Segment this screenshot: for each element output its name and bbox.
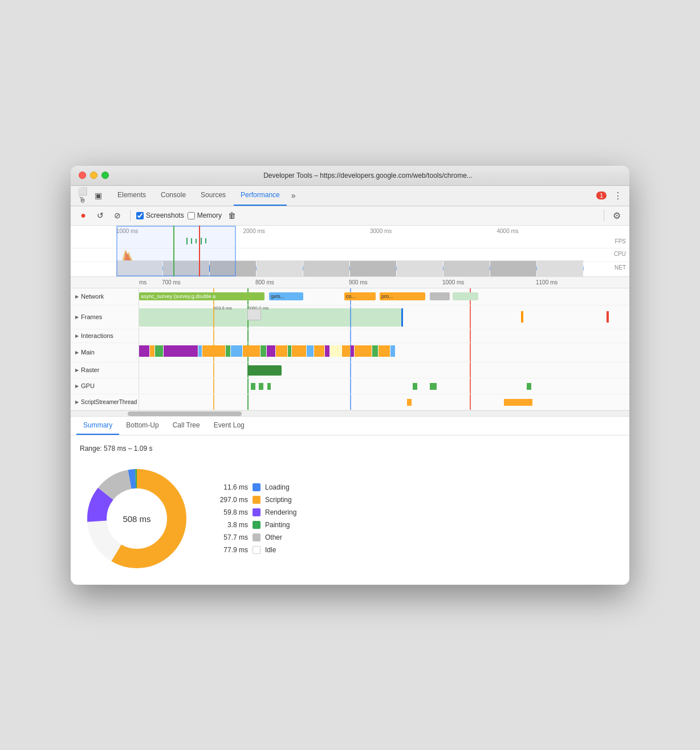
bottom-panel: Summary Bottom-Up Call Tree Event Log Ra…: [71, 417, 629, 585]
frames-row-content: 603.6 ms 2060.0 ms: [139, 305, 629, 329]
performance-toolbar: ● ↺ ⊘ Screenshots Memory 🗑 ⚙: [71, 206, 629, 226]
gpu-bar-3: [267, 383, 271, 390]
main-row-label[interactable]: ▶ Main: [71, 343, 139, 362]
script-streamer-row-label[interactable]: ▶ ScriptStreamerThread: [71, 394, 139, 410]
raster-row-label[interactable]: ▶ Raster: [71, 362, 139, 378]
interactions-row-label[interactable]: ▶ Interactions: [71, 329, 139, 343]
record-button[interactable]: ●: [76, 209, 90, 222]
other-value: 57.7 ms: [217, 533, 248, 541]
tab-elements[interactable]: Elements: [111, 185, 153, 206]
tab-console[interactable]: Console: [154, 185, 193, 206]
loading-value: 11.6 ms: [217, 483, 248, 491]
tab-bottom-up[interactable]: Bottom-Up: [119, 417, 165, 435]
time-mark-1000: 1000 ms: [442, 279, 536, 286]
main-bar-purple-5: [351, 345, 354, 357]
memory-checkbox[interactable]: [188, 212, 195, 219]
raster-expand-icon: ▶: [75, 368, 79, 373]
main-bar-green-2: [226, 345, 230, 357]
legend-painting: 3.8 ms Painting: [217, 521, 296, 529]
painting-label: Painting: [265, 521, 290, 529]
frame-label-1: 603.6 ms: [213, 305, 232, 311]
devtools-menu-button[interactable]: ⋮: [611, 190, 625, 201]
memory-checkbox-label[interactable]: Memory: [188, 211, 222, 219]
range-text: Range: 578 ms – 1.09 s: [80, 445, 620, 453]
idle-swatch: [253, 546, 261, 554]
gpu-row[interactable]: ▶ GPU: [71, 378, 629, 394]
idle-label: Idle: [265, 546, 276, 554]
inspect-tool-button[interactable]: ▣: [91, 189, 105, 202]
main-bar-blue-1: [198, 345, 202, 357]
gpu-row-content: [139, 378, 629, 394]
screenshots-checkbox[interactable]: [136, 212, 144, 219]
rendering-swatch: [253, 508, 261, 516]
net-bar-6: [453, 292, 478, 300]
reload-record-button[interactable]: ↺: [93, 209, 107, 222]
main-bar-orange-6: [314, 345, 324, 357]
frame-screenshot: [247, 309, 261, 320]
gpu-row-label[interactable]: ▶ GPU: [71, 378, 139, 394]
settings-button[interactable]: ⚙: [610, 209, 624, 222]
tab-summary[interactable]: Summary: [76, 417, 119, 435]
screenshots-checkbox-label[interactable]: Screenshots: [136, 211, 184, 219]
minimize-button[interactable]: [90, 172, 97, 179]
network-label: Network: [81, 293, 104, 300]
frame-bar-main: [139, 308, 401, 327]
legend-scripting: 297.0 ms Scripting: [217, 496, 296, 504]
main-bar-orange-2: [202, 345, 225, 357]
close-button[interactable]: [79, 172, 86, 179]
maximize-button[interactable]: [101, 172, 109, 179]
cpu-label: CPU: [614, 251, 626, 257]
rendering-value: 59.8 ms: [217, 508, 248, 516]
toolbar-divider-1: [130, 210, 131, 221]
interactions-label: Interactions: [81, 332, 113, 339]
main-bar-purple-4: [325, 345, 329, 357]
summary-panel: Range: 578 ms – 1.09 s: [71, 435, 629, 585]
scripting-value: 297.0 ms: [217, 496, 248, 504]
donut-chart: 508 ms: [80, 462, 194, 576]
raster-row[interactable]: ▶ Raster: [71, 362, 629, 378]
cursor-tool-button[interactable]: ⬜🖰: [75, 189, 89, 202]
clear-button[interactable]: ⊘: [111, 209, 124, 222]
net-bar-4: pro...: [380, 292, 425, 300]
frame-blue-marker: [401, 308, 403, 327]
other-swatch: [253, 533, 261, 541]
gpu-bar-5: [430, 383, 437, 390]
net-bar-5: [430, 292, 450, 300]
tab-call-tree[interactable]: Call Tree: [166, 417, 207, 435]
loading-swatch: [253, 483, 261, 491]
more-tabs-button[interactable]: »: [288, 191, 299, 200]
loading-label: Loading: [265, 483, 290, 491]
idle-value: 77.9 ms: [217, 546, 248, 554]
script-streamer-expand-icon: ▶: [75, 400, 79, 405]
scrollbar-thumb[interactable]: [128, 411, 242, 416]
frames-row-label[interactable]: ▶ Frames: [71, 305, 139, 329]
main-bar-blue-3: [307, 345, 314, 357]
time-mark-900: 900 ms: [349, 279, 442, 286]
detail-time-ruler: ms 700 ms 800 ms 900 ms 1000 ms 1100 ms: [71, 277, 629, 288]
ruler-mark-1000: 1000 ms: [116, 228, 243, 234]
timeline-scrollbar[interactable]: [71, 410, 629, 416]
tab-event-log[interactable]: Event Log: [207, 417, 251, 435]
memory-label: Memory: [197, 211, 222, 219]
tab-performance[interactable]: Performance: [234, 185, 287, 206]
frames-vline-3: [350, 305, 351, 329]
script-streamer-row[interactable]: ▶ ScriptStreamerThread: [71, 394, 629, 410]
raster-bar-1: [247, 365, 282, 376]
network-row[interactable]: ▶ Network async_survey (survey.g.double …: [71, 288, 629, 305]
frames-vline-1: [213, 305, 214, 329]
main-row[interactable]: ▶ Main: [71, 343, 629, 362]
main-bar-blue-4: [390, 345, 395, 357]
network-row-label[interactable]: ▶ Network: [71, 288, 139, 305]
frames-row[interactable]: ▶ Frames 603.6 ms 2060.0 ms: [71, 305, 629, 329]
tab-bar: ⬜🖰 ▣ Elements Console Sources Performanc…: [71, 186, 629, 206]
timeline-overview[interactable]: 1000 ms 2000 ms 3000 ms 4000 ms FPS CPU: [71, 226, 629, 277]
scripting-swatch: [253, 496, 261, 504]
trash-button[interactable]: 🗑: [225, 209, 239, 222]
main-bar-orange-9: [379, 345, 390, 357]
legend-idle: 77.9 ms Idle: [217, 546, 296, 554]
interactions-row[interactable]: ▶ Interactions: [71, 329, 629, 343]
tab-sources[interactable]: Sources: [194, 185, 233, 206]
legend-rendering: 59.8 ms Rendering: [217, 508, 296, 516]
gpu-label: GPU: [81, 382, 95, 389]
network-expand-icon: ▶: [75, 294, 79, 299]
